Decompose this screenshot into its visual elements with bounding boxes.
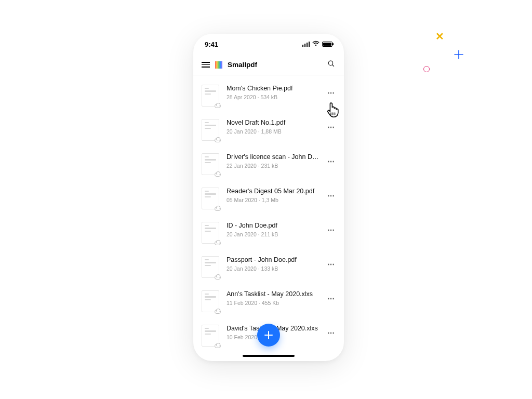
file-row[interactable]: Driver's licence scan - John Doe.jpg 22 …: [193, 147, 344, 181]
file-name: Mom's Chicken Pie.pdf: [227, 85, 319, 92]
file-row[interactable]: Mom's Chicken Pie.pdf 28 Apr 2020 · 534 …: [193, 78, 344, 113]
cloud-icon: [215, 104, 221, 108]
app-bar: Smallpdf: [193, 55, 344, 75]
smallpdf-logo-icon: [215, 61, 222, 69]
cloud-icon: [215, 138, 221, 142]
file-thumbnail-icon: [202, 188, 219, 209]
file-row[interactable]: Reader's Digest 05 Mar 20.pdf 05 Mar 202…: [193, 181, 344, 216]
search-icon[interactable]: [327, 59, 336, 70]
app-title: Smallpdf: [228, 61, 257, 69]
file-name: Novel Draft No.1.pdf: [227, 119, 319, 126]
battery-icon: [322, 42, 332, 47]
cloud-icon: [215, 344, 221, 348]
more-options-icon[interactable]: ⋯: [326, 189, 336, 203]
add-button[interactable]: [257, 324, 280, 347]
file-name: Ann's Tasklist - May 2020.xlxs: [227, 290, 319, 298]
file-thumbnail-icon: [202, 222, 219, 244]
phone-frame: 9:41 Smallpdf Mom's Chicken Pie.pdf 28 A…: [193, 34, 344, 361]
file-thumbnail-icon: [202, 85, 219, 107]
file-thumbnail-icon: [202, 119, 219, 141]
file-row[interactable]: Passport - John Doe.pdf 20 Jan 2020 · 13…: [193, 250, 344, 284]
file-name: ID - John Doe.pdf: [227, 222, 319, 229]
file-thumbnail-icon: [202, 325, 219, 347]
more-options-icon[interactable]: ⋯: [326, 326, 336, 340]
file-name: Reader's Digest 05 Mar 20.pdf: [227, 188, 319, 195]
decorative-x-icon: ✕: [435, 30, 444, 43]
file-meta: 22 Jan 2020 · 231 kB: [227, 163, 319, 169]
cloud-icon: [215, 207, 221, 211]
more-options-icon[interactable]: ⋯: [326, 257, 336, 272]
file-meta: 05 Mar 2020 · 1,3 Mb: [227, 197, 319, 203]
file-meta: 20 Jan 2020 · 1,88 MB: [227, 128, 319, 135]
status-bar: 9:41: [193, 34, 344, 55]
more-options-icon[interactable]: ⋯: [326, 223, 336, 237]
cellular-icon: [302, 42, 310, 47]
file-thumbnail-icon: [202, 153, 219, 175]
decorative-circle-icon: [423, 66, 430, 72]
home-indicator: [243, 355, 295, 357]
status-time: 9:41: [205, 41, 218, 48]
file-row[interactable]: Novel Draft No.1.pdf 20 Jan 2020 · 1,88 …: [193, 113, 344, 147]
menu-icon[interactable]: [202, 62, 210, 68]
file-thumbnail-icon: [202, 290, 219, 312]
file-meta: 11 Feb 2020 · 455 Kb: [227, 300, 319, 306]
file-list: Mom's Chicken Pie.pdf 28 Apr 2020 · 534 …: [193, 75, 344, 361]
file-thumbnail-icon: [202, 256, 219, 278]
file-meta: 20 Jan 2020 · 211 kB: [227, 231, 319, 237]
cloud-icon: [215, 275, 221, 280]
cloud-icon: [215, 310, 221, 314]
decorative-plus-icon: [454, 50, 463, 61]
file-row[interactable]: Ann's Tasklist - May 2020.xlxs 11 Feb 20…: [193, 284, 344, 318]
more-options-icon[interactable]: ⋯: [326, 86, 336, 100]
more-options-icon[interactable]: ⋯: [326, 291, 336, 306]
file-meta: 20 Jan 2020 · 133 kB: [227, 265, 319, 272]
wifi-icon: [312, 41, 320, 48]
file-meta: 28 Apr 2020 · 534 kB: [227, 94, 319, 100]
cloud-icon: [215, 172, 221, 177]
more-options-icon[interactable]: ⋯: [326, 154, 336, 169]
file-name: Passport - John Doe.pdf: [227, 256, 319, 263]
more-options-icon[interactable]: ⋯: [326, 120, 336, 135]
file-row[interactable]: ID - John Doe.pdf 20 Jan 2020 · 211 kB ⋯: [193, 216, 344, 250]
cloud-icon: [215, 241, 221, 245]
file-name: Driver's licence scan - John Doe.jpg: [227, 153, 319, 161]
